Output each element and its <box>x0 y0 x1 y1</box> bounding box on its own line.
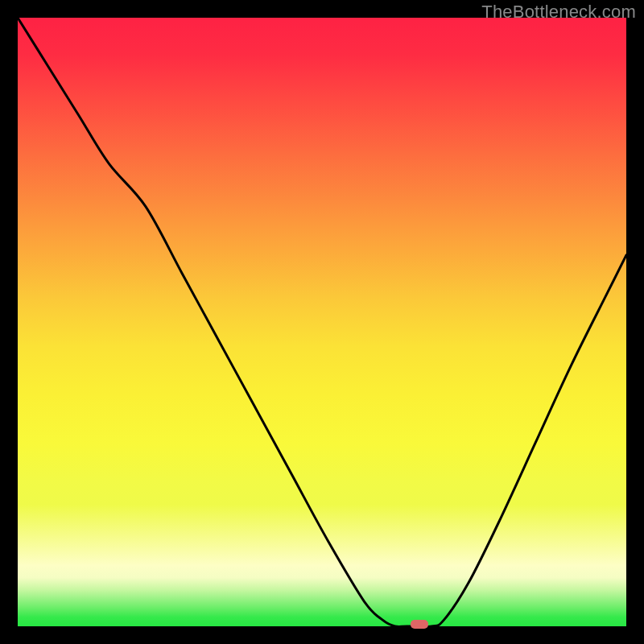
bottleneck-curve <box>18 18 626 626</box>
optimum-marker <box>411 620 428 629</box>
chart-frame: TheBottleneck.com <box>0 0 644 644</box>
plot-area <box>18 18 626 626</box>
